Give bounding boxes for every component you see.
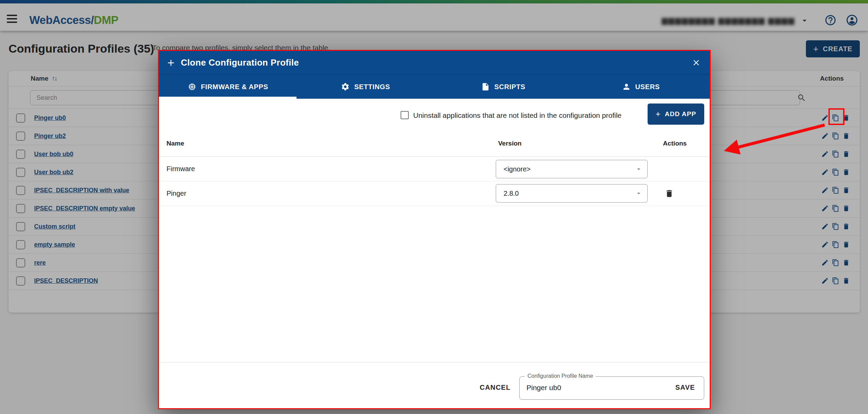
user-person-icon	[622, 82, 631, 91]
plus-icon: +	[656, 109, 661, 119]
divider	[159, 206, 710, 206]
tab-users[interactable]: USERS	[572, 75, 710, 99]
dialog-title: Clone Configuration Profile	[181, 57, 299, 68]
apps-column-header-actions: Actions	[663, 140, 687, 147]
app-row-name: Pinger	[167, 190, 186, 197]
dialog-header: Clone Configuration Profile	[159, 51, 710, 74]
chevron-down-icon	[635, 190, 642, 197]
tab-settings[interactable]: SETTINGS	[297, 75, 435, 99]
field-floating-label: Configuration Profile Name	[525, 373, 596, 379]
selected-version: <ignore>	[504, 165, 531, 173]
close-icon[interactable]	[692, 58, 701, 67]
uninstall-checkbox-label[interactable]: Uninstall applications that are not list…	[413, 111, 622, 120]
apps-column-header-name: Name	[167, 140, 184, 147]
tab-label: SCRIPTS	[494, 83, 525, 91]
uninstall-checkbox[interactable]	[401, 111, 409, 119]
dialog-tabs: FIRMWARE & APPS SETTINGS SCRIPTS USERS	[159, 74, 710, 99]
divider	[159, 181, 710, 181]
add-app-button-label: ADD APP	[665, 110, 696, 118]
delete-trash-icon[interactable]	[665, 189, 674, 198]
apps-column-header-version: Version	[498, 140, 522, 147]
selected-version: 2.8.0	[504, 190, 519, 197]
firmware-version-select[interactable]: <ignore>	[496, 160, 648, 178]
tab-scripts[interactable]: SCRIPTS	[434, 75, 572, 99]
clone-configuration-profile-dialog: Clone Configuration Profile FIRMWARE & A…	[158, 50, 711, 409]
save-button[interactable]: SAVE	[675, 384, 695, 391]
plus-icon	[166, 58, 176, 68]
divider	[159, 156, 710, 157]
cancel-button[interactable]: CANCEL	[480, 384, 511, 391]
gear-icon	[341, 82, 350, 91]
tab-label: FIRMWARE & APPS	[201, 83, 268, 91]
memory-chip-icon	[188, 82, 197, 91]
configuration-profile-name-field: Configuration Profile Name SAVE	[519, 376, 704, 400]
app-row-name: Firmware	[167, 165, 195, 173]
script-file-icon	[481, 82, 490, 91]
add-app-button[interactable]: + ADD APP	[648, 104, 704, 125]
chevron-down-icon	[635, 165, 642, 173]
tab-label: USERS	[635, 83, 660, 91]
annotation-arrow	[713, 120, 833, 157]
tab-label: SETTINGS	[354, 83, 390, 91]
tab-firmware-apps[interactable]: FIRMWARE & APPS	[159, 75, 297, 99]
uninstall-option-row: Uninstall applications that are not list…	[159, 99, 710, 133]
pinger-version-select[interactable]: 2.8.0	[496, 184, 648, 203]
configuration-profile-name-input[interactable]	[526, 381, 656, 395]
footer-divider	[159, 362, 710, 362]
